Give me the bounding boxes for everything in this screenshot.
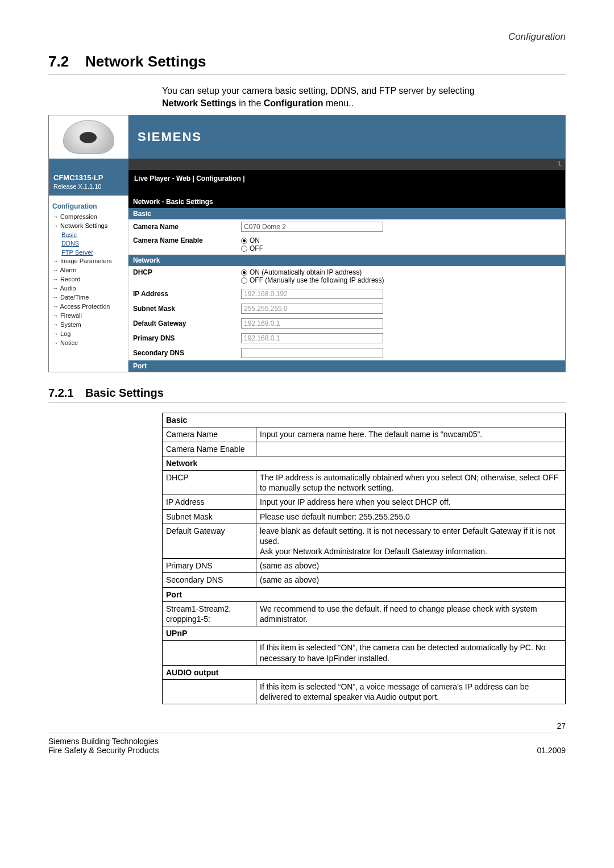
sidebar-item-image-parameters[interactable]: Image Parameters — [52, 257, 125, 266]
table-group-head: Basic — [163, 413, 566, 427]
table-cell-name — [163, 641, 256, 665]
camera-name-input[interactable] — [241, 222, 383, 232]
table-row: DHCPThe IP address is automatically obta… — [163, 470, 566, 495]
table-cell-desc — [256, 442, 566, 456]
intro-line1: You can setup your camera basic setting,… — [162, 86, 475, 95]
subsection-title: Basic Settings — [85, 387, 164, 400]
content-title: Network - Basic Settings — [128, 196, 565, 208]
table-row: Default Gatewayleave blank as default se… — [163, 524, 566, 559]
camera-name-enable-off-radio[interactable] — [241, 246, 247, 252]
camera-name-label: Camera Name — [133, 223, 241, 231]
intro-bold-network-settings: Network Settings — [162, 98, 237, 108]
section-bar-network: Network — [128, 255, 565, 266]
primary-dns-input[interactable] — [241, 333, 383, 343]
table-row: If this item is selected “ON”, a voice m… — [163, 679, 566, 704]
table-group-head: Port — [163, 587, 566, 601]
intro-tail: menu.. — [323, 98, 354, 108]
sidebar-item-network-settings[interactable]: Network Settings — [52, 222, 125, 231]
table-cell-desc: If this item is selected “ON”, a voice m… — [256, 679, 566, 704]
dhcp-on-radio[interactable] — [241, 269, 247, 276]
sidebar-item-notice[interactable]: Notice — [52, 339, 125, 348]
embedded-screenshot: SIEMENS L CFMC1315-LP Release X.1.1.10 L… — [48, 115, 566, 372]
table-cell-name: IP Address — [163, 495, 256, 509]
camera-thumbnail-cell — [49, 115, 128, 159]
secondary-dns-label: Secondary DNS — [133, 349, 241, 357]
default-gateway-label: Default Gateway — [133, 319, 241, 327]
table-cell-name: Camera Name — [163, 427, 256, 442]
sidebar-heading: Configuration — [52, 202, 125, 210]
page-number: 27 — [48, 721, 566, 730]
dhcp-on-label: ON (Automatically obtain IP address) — [250, 268, 362, 276]
camera-name-enable-label: Camera Name Enable — [133, 236, 241, 244]
ui-breadcrumb: Live Player - Web | Configuration | — [128, 170, 565, 196]
subnet-mask-input[interactable] — [241, 304, 383, 314]
table-cell-name: Subnet Mask — [163, 509, 256, 524]
table-cell-desc: The IP address is automatically obtained… — [256, 470, 566, 495]
section-number: 7.2 — [48, 53, 85, 70]
model-info-cell: CFMC1315-LP Release X.1.1.10 — [49, 170, 128, 196]
dome-camera-icon — [63, 120, 114, 154]
table-cell-desc: If this item is selected “ON”, the camer… — [256, 641, 566, 665]
model-label: CFMC1315-LP — [53, 173, 124, 182]
page-header-breadcrumb: Configuration — [48, 31, 566, 43]
table-cell-name — [163, 679, 256, 704]
sidebar-item-log[interactable]: Log — [52, 330, 125, 339]
sidebar-item-record[interactable]: Record — [52, 275, 125, 284]
table-cell-name: Camera Name Enable — [163, 442, 256, 456]
table-row: Primary DNS(same as above) — [163, 559, 566, 573]
intro-paragraph: You can setup your camera basic setting,… — [162, 85, 566, 109]
release-label: Release X.1.1.10 — [53, 183, 124, 190]
status-bar-right: L — [128, 159, 565, 170]
table-row: Subnet MaskPlease use default number: 25… — [163, 509, 566, 524]
subsection-number: 7.2.1 — [48, 387, 85, 400]
footer-divider — [48, 733, 566, 733]
table-row: Camera Name Enable — [163, 442, 566, 456]
dhcp-off-radio[interactable] — [241, 277, 247, 284]
subsection-divider — [48, 402, 566, 402]
sidebar-item-datetime[interactable]: Date/Time — [52, 293, 125, 302]
table-row: Secondary DNS(same as above) — [163, 573, 566, 587]
sidebar-sub-ddns[interactable]: DDNS — [61, 239, 125, 248]
primary-dns-label: Primary DNS — [133, 334, 241, 342]
section-bar-port: Port — [128, 360, 565, 372]
sidebar-item-compression[interactable]: Compression — [52, 213, 125, 222]
dhcp-label: DHCP — [133, 268, 241, 276]
footer-company: Siemens Building Technologies — [48, 737, 159, 746]
table-cell-desc: (same as above) — [256, 559, 566, 573]
table-group-head: AUDIO output — [163, 665, 566, 679]
table-cell-name: Default Gateway — [163, 524, 256, 559]
section-title: Network Settings — [85, 53, 206, 70]
intro-bold-configuration: Configuration — [264, 98, 323, 108]
ip-address-input[interactable] — [241, 289, 383, 299]
sidebar-item-system[interactable]: System — [52, 321, 125, 330]
sidebar-item-access-protection[interactable]: Access Protection — [52, 302, 125, 312]
section-bar-basic: Basic — [128, 208, 565, 219]
footer-date: 01.2009 — [537, 746, 566, 755]
off-label: OFF — [250, 244, 263, 252]
config-sidebar: Configuration Compression Network Settin… — [49, 196, 128, 372]
camera-name-enable-on-radio[interactable] — [241, 238, 247, 244]
table-cell-name: Secondary DNS — [163, 573, 256, 587]
default-gateway-input[interactable] — [241, 318, 383, 329]
section-divider — [48, 74, 566, 74]
config-content-panel: Network - Basic Settings Basic Camera Na… — [128, 196, 565, 372]
table-row: Stream1-Stream2, cropping1-5:We recommen… — [163, 601, 566, 626]
table-cell-desc: leave blank as default setting. It is no… — [256, 524, 566, 559]
table-row: If this item is selected “ON”, the camer… — [163, 641, 566, 665]
sidebar-sub-basic[interactable]: Basic — [61, 231, 125, 239]
sidebar-item-alarm[interactable]: Alarm — [52, 266, 125, 275]
table-row: Camera NameInput your camera name here. … — [163, 427, 566, 442]
secondary-dns-input[interactable] — [241, 348, 383, 358]
footer-division: Fire Safety & Security Products — [48, 746, 159, 755]
table-cell-name: Stream1-Stream2, cropping1-5: — [163, 601, 256, 626]
sidebar-item-firewall[interactable]: Firewall — [52, 312, 125, 321]
table-group-head: Network — [163, 456, 566, 470]
dhcp-off-label: OFF (Manually use the following IP addre… — [250, 276, 384, 284]
table-group-head: UPnP — [163, 626, 566, 641]
table-cell-desc: (same as above) — [256, 573, 566, 587]
table-cell-desc: We recommend to use the default, if need… — [256, 601, 566, 626]
sidebar-sub-ftp-server[interactable]: FTP Server — [61, 248, 125, 257]
sidebar-item-audio[interactable]: Audio — [52, 284, 125, 293]
table-cell-name: DHCP — [163, 470, 256, 495]
table-cell-desc: Input your camera name here. The default… — [256, 427, 566, 442]
